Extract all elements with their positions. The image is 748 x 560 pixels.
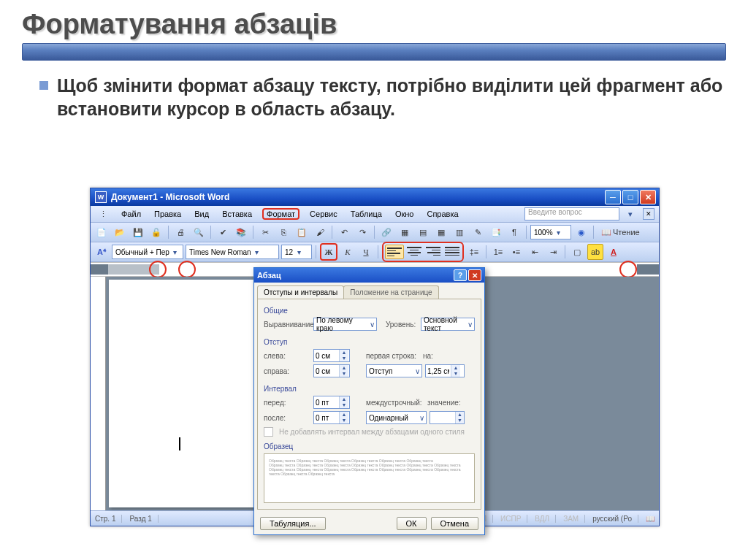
new-doc-button[interactable]: 📄 [94, 224, 110, 240]
status-book-icon[interactable]: 📖 [646, 515, 654, 523]
highlight-button[interactable]: ab [587, 244, 603, 260]
first-line-indent-marker[interactable] [149, 261, 167, 278]
status-language: русский (Ро [592, 515, 638, 523]
bold-button[interactable]: Ж [320, 243, 337, 261]
section-preview-label: Образец [264, 442, 475, 450]
firstline-combo[interactable]: Отступ∨ [366, 364, 422, 377]
paste-button[interactable]: 📋 [294, 224, 310, 240]
space-after-spinner[interactable]: ▲▼ [313, 411, 350, 424]
save-button[interactable]: 💾 [130, 224, 146, 240]
research-button[interactable]: 📚 [233, 224, 249, 240]
redo-button[interactable]: ↷ [354, 224, 370, 240]
align-center-button[interactable] [405, 245, 423, 258]
menu-tools[interactable]: Сервис [307, 208, 340, 220]
help-search-input[interactable]: Введите вопрос [524, 207, 619, 220]
menu-table[interactable]: Таблица [348, 208, 385, 220]
style-combo[interactable]: Обычный + Пер▾ [112, 245, 183, 259]
alignment-combo[interactable]: По левому краю∨ [313, 318, 377, 331]
copy-button[interactable]: ⎘ [275, 224, 291, 240]
document-area: Абзац ? ✕ Отступы и интервалы Положение … [91, 277, 659, 510]
menu-edit[interactable]: Правка [151, 208, 184, 220]
borders-button[interactable]: ▢ [569, 244, 585, 260]
linespacing-combo[interactable]: Одинарный∨ [366, 411, 427, 424]
status-ovr: ВДЛ [535, 515, 556, 523]
menu-format[interactable]: Формат [262, 208, 299, 220]
minimize-button[interactable]: ─ [605, 190, 621, 204]
font-color-button[interactable]: A [606, 244, 622, 260]
maximize-button[interactable]: □ [622, 190, 638, 204]
italic-button[interactable]: К [340, 244, 356, 260]
dialog-title: Абзац [257, 271, 454, 280]
numbered-list-button[interactable]: 1≡ [490, 244, 506, 260]
menu-help[interactable]: Справка [424, 208, 461, 220]
firstline-by-label: на: [423, 352, 438, 360]
print-button[interactable]: 🖨 [172, 224, 188, 240]
close-button[interactable]: ✕ [640, 190, 656, 204]
menu-window[interactable]: Окно [392, 208, 417, 220]
menu-view[interactable]: Вид [191, 208, 212, 220]
styles-pane-button[interactable]: A⁴ [94, 244, 110, 260]
right-indent-marker[interactable] [619, 261, 637, 278]
word-icon: W [95, 191, 107, 203]
drawing-button[interactable]: ✎ [470, 224, 486, 240]
indent-right-spinner[interactable]: ▲▼ [313, 364, 350, 377]
titlebar: W Документ1 - Microsoft Word ─ □ ✕ [91, 188, 659, 206]
show-marks-button[interactable]: ¶ [506, 224, 522, 240]
format-painter-button[interactable]: 🖌 [312, 224, 328, 240]
fontsize-combo[interactable]: 12▾ [281, 245, 312, 259]
bullet-icon [39, 81, 48, 90]
excel-button[interactable]: ▦ [433, 224, 449, 240]
hyperlink-button[interactable]: 🔗 [378, 224, 394, 240]
menu-handle-icon: ⋮ [95, 206, 111, 222]
align-left-button[interactable] [385, 245, 404, 259]
cut-button[interactable]: ✂ [257, 224, 273, 240]
zoom-combo[interactable]: 100%▾ [530, 225, 571, 239]
word-app-window: W Документ1 - Microsoft Word ─ □ ✕ ⋮ Фай… [90, 188, 660, 526]
linespacing-label: междустрочный: [366, 399, 424, 407]
outline-level-combo[interactable]: Основной текст∨ [421, 318, 475, 331]
columns-button[interactable]: ▥ [451, 224, 468, 240]
permissions-button[interactable]: 🔓 [148, 224, 164, 240]
spellcheck-button[interactable]: ✔ [215, 224, 231, 240]
same-style-spacing-label: Не добавлять интервал между абзацами одн… [279, 428, 465, 436]
menu-file[interactable]: Файл [118, 208, 144, 220]
vertical-ruler[interactable] [91, 277, 106, 510]
undo-button[interactable]: ↶ [336, 224, 352, 240]
font-combo[interactable]: Times New Roman▾ [186, 245, 279, 259]
align-right-button[interactable] [424, 245, 442, 258]
read-mode-button[interactable]: 📖 Чтение [598, 224, 644, 240]
ok-button[interactable]: ОК [397, 517, 427, 530]
text-cursor [179, 437, 180, 450]
formatting-toolbar: A⁴ Обычный + Пер▾ Times New Roman▾ 12▾ Ж… [91, 242, 659, 262]
firstline-by-spinner[interactable]: ▲▼ [425, 364, 465, 377]
doc-map-button[interactable]: 📑 [488, 224, 504, 240]
line-spacing-button[interactable]: ‡≡ [466, 244, 482, 260]
preview-button[interactable]: 🔍 [191, 224, 207, 240]
preview-lines: Образец текста Образец текста Образец те… [269, 459, 470, 476]
same-style-spacing-checkbox[interactable] [264, 427, 273, 437]
dialog-help-button[interactable]: ? [454, 269, 467, 281]
linespacing-at-spinner[interactable]: ▲▼ [430, 411, 465, 424]
bulleted-list-button[interactable]: •≡ [508, 244, 524, 260]
tab-page-position[interactable]: Положение на странице [343, 285, 438, 299]
help-button[interactable]: ◉ [573, 224, 589, 240]
body-text: Щоб змінити формат абзацу тексту, потріб… [57, 74, 726, 120]
tabs-button[interactable]: Табуляция... [260, 517, 326, 530]
space-before-spinner[interactable]: ▲▼ [313, 396, 350, 409]
dialog-close-button[interactable]: ✕ [468, 269, 481, 281]
decrease-indent-button[interactable]: ⇤ [527, 244, 543, 260]
linespacing-at-label: значение: [427, 399, 461, 407]
doc-close-button[interactable]: ✕ [643, 208, 654, 220]
indent-left-spinner[interactable]: ▲▼ [313, 349, 350, 362]
align-justify-button[interactable] [443, 245, 461, 258]
increase-indent-button[interactable]: ⇥ [545, 244, 561, 260]
insert-table-button[interactable]: ▤ [415, 224, 431, 240]
left-indent-marker[interactable] [178, 261, 196, 278]
menu-insert[interactable]: Вставка [219, 208, 255, 220]
open-button[interactable]: 📂 [112, 224, 128, 240]
status-page: Стр. 1 [95, 515, 122, 523]
underline-button[interactable]: Ч [358, 244, 374, 260]
cancel-button[interactable]: Отмена [431, 517, 478, 530]
tables-button[interactable]: ▦ [397, 224, 413, 240]
tab-indents-spacing[interactable]: Отступы и интервалы [257, 285, 344, 299]
